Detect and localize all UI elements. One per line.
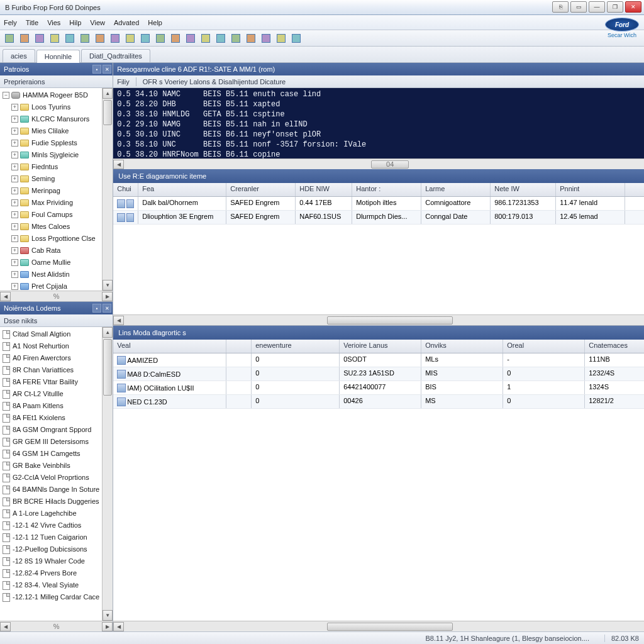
column-header[interactable]: Cnatemaces — [585, 340, 644, 353]
list-item[interactable]: GR Bake Veinbhils — [0, 460, 102, 472]
list-item[interactable]: A1 Nost Rehurtion — [0, 340, 102, 352]
toolbar-button[interactable] — [138, 32, 152, 45]
toolbar-button[interactable] — [229, 32, 243, 45]
list-item[interactable]: 8A Paam Kitlens — [0, 400, 102, 412]
tree-item[interactable]: +Nest Alidstin — [0, 269, 102, 280]
expand-icon[interactable]: + — [11, 223, 18, 230]
toolbar-button[interactable] — [33, 32, 47, 45]
list-item[interactable]: GR GEM III Detersisoms — [0, 436, 102, 448]
toolbar-button[interactable] — [78, 32, 92, 45]
grid-body[interactable]: Dalk bal/OhornemSAFED Engrem0.44 17EBMot… — [113, 197, 644, 314]
vertical-scrollbar[interactable]: ▲▼ — [102, 88, 113, 291]
column-header[interactable]: Veal — [113, 340, 226, 353]
list-item[interactable]: 8A FERE Vttar Baility — [0, 376, 102, 388]
expand-icon[interactable]: + — [11, 199, 18, 206]
console-tab[interactable]: Filiy — [117, 78, 130, 86]
toolbar-button[interactable] — [153, 32, 167, 45]
list-item[interactable]: 8R Chan Variattices — [0, 364, 102, 376]
ribbon-tab[interactable]: Honnihle — [36, 50, 80, 63]
tree-item[interactable]: +Cab Rata — [0, 245, 102, 257]
menu-item[interactable]: Title — [26, 19, 38, 26]
expand-icon[interactable]: + — [11, 164, 18, 170]
list-item[interactable]: Citad Small Algtion — [0, 328, 102, 340]
list-item[interactable]: 64 BAMNls Dange In Soture — [0, 484, 102, 496]
tree-item[interactable]: +Fiedntus — [0, 161, 102, 173]
expand-icon[interactable]: + — [11, 128, 18, 135]
tree-item[interactable]: +Oarne Mullie — [0, 257, 102, 269]
tree-item[interactable]: +Fudie Spplests — [0, 137, 102, 149]
ribbon-tab[interactable]: Diatl_Qadtrailites — [81, 49, 150, 62]
tree-item[interactable]: +KLCRC Mansurors — [0, 113, 102, 125]
column-header[interactable]: enewenture — [252, 340, 340, 353]
table-row[interactable]: Dliouphtion 3E EngremSAFED EngremNAF60.1… — [113, 211, 644, 225]
table-row[interactable]: IAM) OCilitation LU$II064421400077BIS113… — [113, 381, 644, 395]
column-header[interactable] — [226, 340, 252, 353]
table-row[interactable]: Dalk bal/OhornemSAFED Engrem0.44 17EBMot… — [113, 197, 644, 211]
list-item[interactable]: BR BCRE Hilacls Duggeries — [0, 496, 102, 508]
panel-subtab[interactable]: Dsse nikits — [0, 314, 113, 327]
horizontal-scrollbar[interactable]: ◀%▶ — [0, 291, 113, 301]
table-row[interactable]: MA8 D:CalmESD0SU2.23 1A51SDMIS01232/4S — [113, 367, 644, 381]
menu-item[interactable]: Advated — [114, 19, 139, 26]
list-view[interactable]: Citad Small AlgtionA1 Nost RehurtionA0 F… — [0, 327, 102, 621]
tree-item[interactable]: +Loos Tyurins — [0, 101, 102, 113]
horizontal-scrollbar[interactable]: ◀▶ — [113, 314, 644, 325]
list-item[interactable]: 64 GSM 1H Camgetts — [0, 448, 102, 460]
toolbar-button[interactable] — [289, 32, 303, 45]
menu-item[interactable]: Help — [148, 19, 162, 26]
expand-icon[interactable]: + — [11, 140, 18, 147]
aux-button-2[interactable]: ▭ — [570, 1, 587, 13]
horizontal-scrollbar[interactable]: ◀▶ — [113, 621, 644, 631]
toolbar-button[interactable] — [169, 32, 182, 45]
column-header[interactable]: Oreal — [503, 340, 585, 353]
list-item[interactable]: A 1-Lore Lagehchibe — [0, 508, 102, 519]
horizontal-scrollbar[interactable]: ◀04▶ — [113, 158, 644, 169]
list-item[interactable]: 8A GSM Omgrant Sppord — [0, 424, 102, 436]
list-item[interactable]: G2-CcIA Velol Proprtions — [0, 472, 102, 484]
expand-icon[interactable]: + — [11, 259, 18, 266]
list-item[interactable]: -12-1 42 Vivre Cadtios — [0, 519, 102, 531]
table-row[interactable]: AAMIZED00SODTMLs-111NB — [113, 353, 644, 367]
list-item[interactable]: -12 8S 19 Whaler Code — [0, 555, 102, 567]
close-button[interactable]: ✕ — [625, 1, 641, 13]
expand-icon[interactable]: + — [11, 271, 18, 278]
ribbon-tab[interactable]: acies — [3, 49, 35, 62]
expand-icon[interactable]: + — [11, 116, 18, 123]
column-header[interactable]: Onviks — [421, 340, 503, 353]
column-header[interactable]: Verioire Lanus — [340, 340, 421, 353]
toolbar-button[interactable] — [274, 32, 288, 45]
expand-icon[interactable]: − — [3, 92, 9, 99]
expand-icon[interactable]: + — [11, 175, 18, 182]
panel-min-icon[interactable]: ▪ — [92, 304, 101, 313]
column-header[interactable]: Chui — [113, 183, 138, 196]
tree-item[interactable]: +Seming — [0, 173, 102, 185]
horizontal-scrollbar[interactable]: ◀%▶ — [0, 621, 113, 631]
toolbar-button[interactable] — [48, 32, 62, 45]
toolbar-button[interactable] — [63, 32, 77, 45]
expand-icon[interactable]: + — [11, 283, 18, 290]
tree-root[interactable]: −HAMMA Rogeer B5D — [0, 89, 102, 101]
toolbar-button[interactable] — [199, 32, 213, 45]
table-row[interactable]: NED C1.23D000426MS012821/2 — [113, 395, 644, 409]
menu-item[interactable]: Fely — [4, 19, 17, 26]
column-header[interactable]: Nete IW — [491, 183, 556, 196]
panel-close-icon[interactable]: ✕ — [103, 65, 111, 74]
toolbar-button[interactable] — [123, 32, 137, 45]
toolbar-button[interactable] — [18, 32, 31, 45]
tree-item[interactable]: +Max Prividing — [0, 197, 102, 209]
tree-item[interactable]: +Minls Sjygleicie — [0, 149, 102, 161]
panel-subtab[interactable]: Preprieraions — [0, 75, 113, 88]
toolbar-button[interactable] — [3, 32, 16, 45]
tree-item[interactable]: +Merinpag — [0, 185, 102, 197]
expand-icon[interactable]: + — [11, 211, 18, 218]
expand-icon[interactable]: + — [11, 187, 18, 194]
tree-item[interactable]: +Foul Camups — [0, 209, 102, 221]
vertical-scrollbar[interactable]: ▲▼ — [102, 327, 113, 621]
list-item[interactable]: -12.12-1 Milleg Cardar Cace — [0, 591, 102, 603]
list-item[interactable]: -12 83-4. Vleal Syiate — [0, 579, 102, 591]
expand-icon[interactable]: + — [11, 247, 18, 254]
column-header[interactable]: Fea — [138, 183, 226, 196]
column-header[interactable]: Larme — [421, 183, 491, 196]
menu-item[interactable]: Hilp — [69, 19, 81, 26]
toolbar-button[interactable] — [259, 32, 273, 45]
